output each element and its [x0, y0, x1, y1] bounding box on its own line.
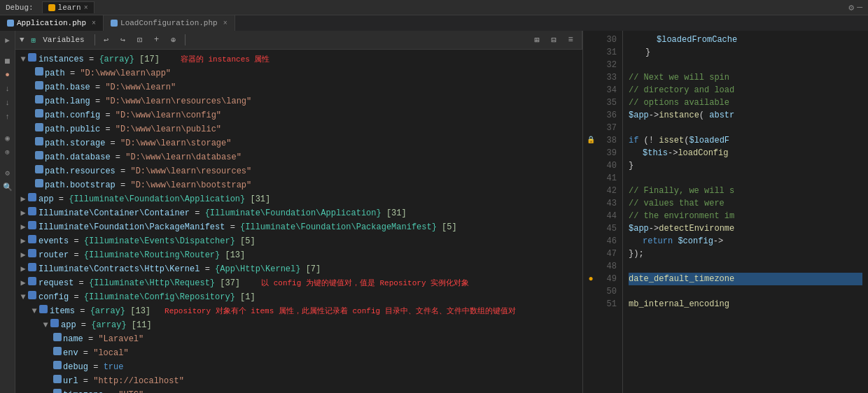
- path-base-val: "D:\www\learn": [105, 81, 176, 94]
- minimize-button[interactable]: —: [857, 2, 862, 13]
- path-bootstrap-row: path.bootstrap = "D:\www\learn\bootstrap…: [15, 178, 582, 192]
- ln-39: 39: [598, 147, 617, 159]
- sep2: [185, 34, 186, 45]
- app-arr-arrow[interactable]: ▼: [41, 319, 50, 331]
- file-tab-application[interactable]: Application.php ×: [0, 15, 104, 31]
- router-count: [13]: [220, 249, 245, 262]
- events-arrow[interactable]: ▶: [18, 235, 28, 248]
- op25: =: [104, 389, 119, 393]
- path-config-row: path.config = "D:\www\learn\config": [15, 108, 582, 122]
- gear-button[interactable]: ⚙: [848, 2, 854, 13]
- path-resources-row: path.resources = "D:\www\learn\resources…: [15, 164, 582, 178]
- package-count: [5]: [437, 221, 457, 234]
- request-key: request: [38, 277, 74, 290]
- op17: =: [74, 277, 89, 290]
- items-arrow[interactable]: ▼: [29, 305, 39, 317]
- path-resources-val: "D:\www\learn\resources": [130, 165, 251, 178]
- btn-filter[interactable]: ≡: [564, 33, 578, 47]
- app-icon: [28, 193, 36, 201]
- step-over-icon[interactable]: ↓: [1, 83, 14, 95]
- debug-label: Debug:: [6, 3, 34, 12]
- ln-42: 42: [598, 185, 617, 197]
- ln-49: 49: [598, 273, 617, 285]
- op6: =: [100, 123, 115, 136]
- container-arrow[interactable]: ▶: [18, 207, 28, 220]
- op1: =: [84, 53, 99, 66]
- op21: =: [83, 333, 99, 345]
- op23: =: [88, 361, 104, 373]
- debug-key: debug: [63, 361, 88, 373]
- watch-icon[interactable]: ◉: [1, 131, 14, 144]
- gutter-37: [583, 122, 598, 134]
- gutter-31: [583, 46, 598, 59]
- file-tab-close2[interactable]: ×: [223, 20, 227, 27]
- kernel-icon: [28, 263, 36, 271]
- request-arrow[interactable]: ▶: [18, 277, 28, 290]
- stop-icon[interactable]: ⏹: [1, 55, 14, 67]
- inspect-icon[interactable]: ⊕: [1, 145, 14, 158]
- btn-expand[interactable]: ⊞: [530, 33, 544, 47]
- gutter-32: [583, 59, 598, 71]
- code-content-lines: $loadedFromCache } // Next we will spin …: [623, 31, 868, 393]
- btn-collapse[interactable]: ⊟: [547, 33, 561, 47]
- btn-jump[interactable]: ↪: [116, 33, 130, 47]
- btn-watch-add[interactable]: +: [150, 33, 164, 47]
- app-arr-row: ▼ app = {array} [11]: [15, 318, 582, 332]
- items-icon: [39, 305, 48, 313]
- file-tab-loadconfig[interactable]: LoadConfiguration.php ×: [104, 15, 235, 31]
- package-arrow[interactable]: ▶: [18, 221, 28, 234]
- btn-copy[interactable]: ⊕: [167, 33, 181, 47]
- file-tab-close[interactable]: ×: [92, 20, 96, 27]
- top-bar: Debug: learn × ⚙ —: [0, 0, 868, 15]
- env-val: "local": [93, 347, 128, 359]
- gutter-41: [583, 172, 598, 185]
- router-key: router: [38, 249, 69, 262]
- variables-label: ▼: [20, 36, 24, 44]
- gutter-40: [583, 159, 598, 172]
- ln-33: 33: [598, 71, 617, 84]
- btn-return[interactable]: ↩: [99, 33, 113, 47]
- container-key: Illuminate\Container\Container: [38, 207, 190, 220]
- name-key: name: [63, 333, 83, 345]
- file-tabs: Application.php × LoadConfiguration.php …: [0, 15, 868, 31]
- tab-close[interactable]: ×: [84, 4, 88, 12]
- timezone-row: timezone = "UTC": [15, 388, 582, 393]
- settings-icon[interactable]: ⚙: [1, 166, 14, 179]
- step-into-icon[interactable]: ↓: [1, 97, 14, 109]
- btn-set[interactable]: ⊡: [133, 33, 147, 47]
- search-icon[interactable]: 🔍: [1, 180, 14, 193]
- path-base-row: path.base = "D:\www\learn": [15, 80, 582, 94]
- tab-label: learn: [58, 3, 81, 12]
- gutter-33: [583, 71, 598, 84]
- ln-41: 41: [598, 172, 617, 185]
- package-icon: [28, 221, 36, 229]
- request-icon: [28, 277, 36, 285]
- package-key: Illuminate\Foundation\PackageManifest: [38, 221, 225, 234]
- resume-icon[interactable]: ▶: [1, 34, 14, 46]
- code-panel: 🔒 ● 30 31 32 33 34 35: [582, 31, 868, 393]
- path-storage-icon: [35, 137, 43, 145]
- kernel-arrow[interactable]: ▶: [18, 263, 28, 276]
- ln-48: 48: [598, 260, 617, 273]
- config-arrow[interactable]: ▼: [18, 291, 28, 303]
- config-row: ▼ config = {Illuminate\Config\Repository…: [15, 290, 582, 304]
- path-database-val: "D:\www\learn\database": [125, 151, 241, 164]
- router-arrow[interactable]: ▶: [18, 249, 28, 262]
- gutter-50: [583, 285, 598, 298]
- step-out-icon[interactable]: ↑: [1, 110, 14, 123]
- path-storage-key: path.storage: [45, 137, 105, 150]
- app-count: [31]: [245, 193, 270, 206]
- top-bar-right: ⚙ —: [848, 2, 862, 13]
- left-panel: ▼ ⊞ Variables ↩ ↪ ⊡ + ⊕ ⊞ ⊟ ≡ ▼ instance…: [15, 31, 582, 393]
- app-arrow[interactable]: ▶: [18, 193, 28, 206]
- ln-47: 47: [598, 248, 617, 260]
- kernel-count: [7]: [300, 263, 321, 276]
- code-47: });: [629, 248, 862, 260]
- instances-arrow[interactable]: ▼: [18, 53, 28, 66]
- debug-tab[interactable]: learn ×: [42, 1, 94, 13]
- gutter-47: [583, 248, 598, 260]
- events-key: events: [38, 235, 69, 248]
- path-config-val: "D:\www\learn\config": [115, 109, 221, 122]
- gutter-38: 🔒: [583, 134, 598, 147]
- pause-icon[interactable]: ●: [1, 69, 14, 81]
